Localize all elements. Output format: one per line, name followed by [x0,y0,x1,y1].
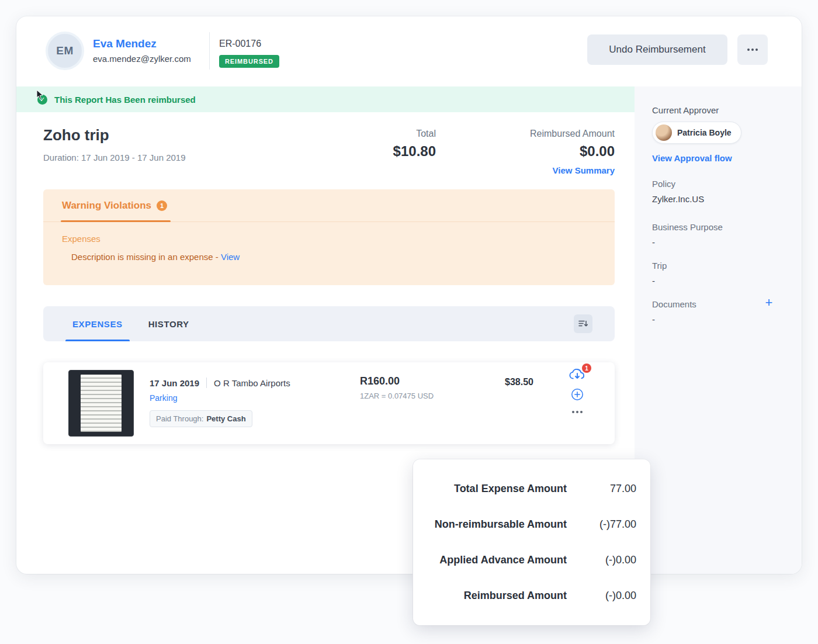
sort-icon [578,320,588,328]
expense-category-link[interactable]: Parking [150,393,177,403]
current-approver-label: Current Approver [652,105,719,115]
policy-label: Policy [652,179,675,189]
paid-through-chip: Paid Through: Petty Cash [150,410,252,427]
amount-summary-popover: Total Expense Amount 77.00 Non-reimbursa… [413,459,650,625]
view-summary-link[interactable]: View Summary [530,165,615,175]
add-expense-item-button[interactable] [570,387,584,404]
business-purpose-label: Business Purpose [652,222,723,232]
summary-row-label: Applied Advance Amount [439,554,567,566]
report-title: Zoho trip [43,126,109,144]
violation-message-text: Description is missing in an expense - [71,252,219,262]
trip-label: Trip [652,261,667,271]
warning-violations-tab[interactable]: Warning Violations 1 [62,189,167,221]
detail-tabs-bar: EXPENSES HISTORY [43,306,615,341]
report-detail-card: EM Eva Mendez eva.mendez@zylker.com ER-0… [16,16,802,574]
violations-count-badge: 1 [157,200,167,211]
tab-history[interactable]: HISTORY [136,306,202,341]
approver-chip[interactable]: Patricia Boyle [652,122,741,144]
user-name-link[interactable]: Eva Mendez [93,37,157,50]
receipt-image [81,375,122,432]
report-header: EM Eva Mendez eva.mendez@zylker.com ER-0… [16,16,802,86]
status-badge: REIMBURSED [219,55,279,68]
violations-section-label: Expenses [62,234,100,244]
more-icon [572,411,574,413]
summary-row-label: Total Expense Amount [454,483,567,495]
trip-value: - [652,276,655,286]
expense-date: 17 Jun 2019 [150,378,199,388]
expense-actions: 1 [564,367,590,416]
approver-avatar [656,124,672,141]
more-icon [747,49,750,51]
success-check-icon: ✓ [37,95,47,105]
total-label: Total [393,129,436,139]
undo-reimbursement-button[interactable]: Undo Reimbursement [587,34,727,65]
reimbursed-value: $0.00 [530,143,615,160]
warning-violations-panel: Warning Violations 1 Expenses Descriptio… [43,189,615,285]
header-more-button[interactable] [737,34,768,65]
expense-original-amount: R160.00 [360,375,400,387]
sort-button[interactable] [574,314,592,333]
documents-label: Documents [652,299,696,309]
expense-row-more-button[interactable] [570,408,585,416]
attachment-count-badge: 1 [582,363,591,373]
detail-sidebar: Current Approver Patricia Boyle View App… [635,86,802,574]
business-purpose-value: - [652,237,655,247]
summary-row-label: Non-reimbursable Amount [435,518,567,531]
summary-row-value: (-)0.00 [575,590,636,602]
more-icon [755,49,758,51]
reimbursed-banner: ✓ This Report Has Been reimbursed [16,86,635,112]
expense-headline: 17 Jun 2019 O R Tambo Airports [150,378,290,388]
documents-value: - [652,314,655,324]
summary-row-value: (-)0.00 [575,554,636,566]
avatar: EM [46,32,84,70]
summary-row: Applied Advance Amount (-)0.00 [427,542,636,578]
expense-exchange-rate: 1ZAR = 0.07475 USD [360,392,434,400]
expense-merchant: O R Tambo Airports [214,378,290,388]
reimbursed-amount-block: Reimbursed Amount $0.00 View Summary [530,129,615,175]
banner-message: This Report Has Been reimbursed [54,95,196,105]
violation-message: Description is missing in an expense - V… [71,252,240,262]
plus-circle-icon [570,387,584,401]
summary-row-value: 77.00 [575,483,636,495]
more-icon [580,411,583,413]
violations-header: Warning Violations 1 [43,189,615,222]
more-icon [576,411,578,413]
attachments-button[interactable]: 1 [569,367,586,383]
summary-row: Non-reimbursable Amount (-)77.00 [427,507,636,542]
policy-value: Zylker.Inc.US [652,194,704,204]
receipt-thumbnail[interactable] [68,370,134,437]
report-id: ER-00176 [219,39,261,49]
divider [206,378,207,388]
view-approval-flow-link[interactable]: View Approval flow [652,153,732,163]
user-email: eva.mendez@zylker.com [93,54,191,64]
summary-row-label: Reimbursed Amount [464,590,567,602]
total-value: $10.80 [393,143,436,160]
reimbursed-label: Reimbursed Amount [530,129,615,139]
report-duration: Duration: 17 Jun 2019 - 17 Jun 2019 [43,153,186,162]
expense-row-card[interactable]: 17 Jun 2019 O R Tambo Airports Parking P… [43,362,615,444]
summary-row: Total Expense Amount 77.00 [427,471,636,507]
summary-row: Reimbursed Amount (-)0.00 [427,578,636,614]
violations-tab-label: Warning Violations [62,200,151,212]
paid-through-value: Petty Cash [206,414,245,423]
paid-through-label: Paid Through: [156,414,203,423]
header-divider [209,32,210,70]
summary-row-value: (-)77.00 [575,518,636,531]
more-icon [751,49,754,51]
tab-expenses[interactable]: EXPENSES [60,306,136,341]
total-amount-block: Total $10.80 [393,129,436,160]
expense-converted-amount: $38.50 [505,377,533,387]
approver-name: Patricia Boyle [677,128,732,137]
violation-view-link[interactable]: View [221,252,240,262]
add-document-button[interactable]: + [761,295,777,311]
